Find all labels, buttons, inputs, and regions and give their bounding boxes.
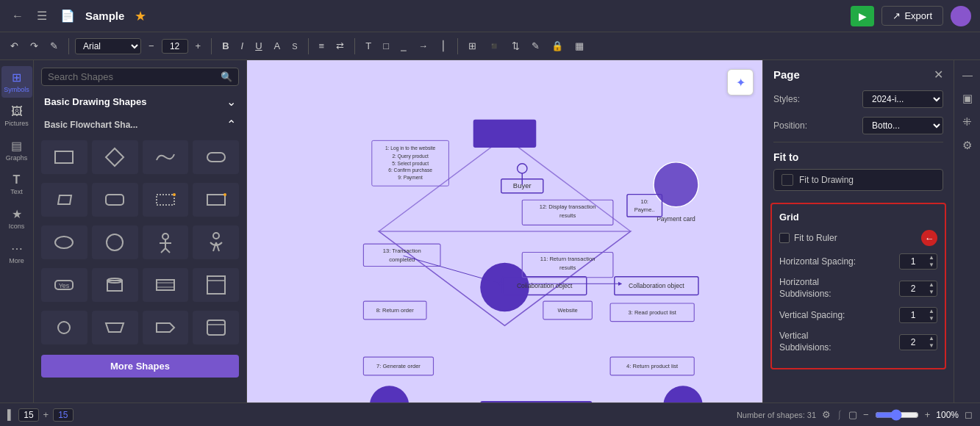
shape-rectangle[interactable] bbox=[41, 140, 87, 174]
zoom-slider[interactable] bbox=[875, 409, 919, 421]
vertical-spacing-up[interactable]: ▲ bbox=[926, 308, 937, 315]
page-view-btn[interactable]: ▢ bbox=[848, 409, 857, 420]
sidebar-item-more[interactable]: ⋯ More bbox=[1, 237, 32, 269]
grid-icon-btn[interactable]: ⁜ bbox=[959, 112, 975, 131]
sidebar-item-icons[interactable]: ★ Icons bbox=[1, 203, 32, 234]
sidebar-item-symbols[interactable]: ⊞ Symbols bbox=[1, 66, 32, 98]
fit-to-drawing-button[interactable]: Fit to Drawing bbox=[773, 169, 943, 191]
lock-button[interactable]: 🔒 bbox=[547, 38, 568, 54]
canvas-magic-button[interactable]: ✦ bbox=[727, 69, 754, 95]
shape-actor[interactable] bbox=[193, 225, 239, 259]
export-label: Export bbox=[904, 10, 932, 21]
shape-small-circle[interactable] bbox=[41, 311, 87, 344]
shape-parallelogram[interactable] bbox=[41, 183, 87, 217]
add-page-button[interactable]: + bbox=[43, 409, 49, 420]
layers-button[interactable]: ▦ bbox=[571, 38, 588, 54]
font-size-decrease[interactable]: − bbox=[144, 38, 159, 54]
play-button[interactable]: ▶ bbox=[851, 6, 874, 26]
settings-icon-btn[interactable]: ⚙ bbox=[959, 136, 975, 155]
vertical-spacing-input[interactable] bbox=[900, 308, 926, 322]
line-color-button[interactable]: ⎯ bbox=[396, 38, 411, 54]
horizontal-subdivisions-input[interactable] bbox=[900, 281, 926, 296]
edit-button[interactable]: ✎ bbox=[527, 38, 544, 54]
shape-doc[interactable] bbox=[193, 268, 239, 302]
search-input[interactable] bbox=[48, 71, 221, 82]
font-size-input[interactable] bbox=[162, 39, 188, 54]
format-paint-button[interactable]: ✎ bbox=[46, 38, 62, 54]
sidebar-item-pictures[interactable]: 🖼 Pictures bbox=[1, 101, 32, 131]
vertical-subdivisions-down[interactable]: ▼ bbox=[926, 342, 937, 350]
menu-button[interactable]: ☰ bbox=[34, 6, 50, 26]
shape-button[interactable]: □ bbox=[379, 38, 393, 54]
shape-diamond[interactable] bbox=[92, 140, 138, 174]
vertical-subdivisions-up[interactable]: ▲ bbox=[926, 335, 937, 342]
canvas-area[interactable]: Buyer Collaboration object Collaboration… bbox=[247, 60, 762, 402]
vertical-spacing-down[interactable]: ▼ bbox=[926, 315, 937, 322]
table-button[interactable]: ⊞ bbox=[464, 38, 481, 54]
transform-button[interactable]: ⇅ bbox=[507, 38, 524, 54]
shape-wave[interactable] bbox=[143, 140, 189, 174]
font-size-increase[interactable]: + bbox=[191, 38, 206, 54]
more-shapes-button[interactable]: More Shapes bbox=[41, 355, 239, 378]
shape-curved-rect[interactable] bbox=[193, 140, 239, 174]
shape-rect-dot2[interactable] bbox=[193, 183, 239, 217]
right-panel-close[interactable]: ✕ bbox=[934, 68, 943, 82]
zoom-plus-btn[interactable]: + bbox=[925, 409, 931, 420]
fit-to-ruler-button[interactable]: Fit to Ruler bbox=[779, 233, 837, 243]
zoom-minus-btn[interactable]: − bbox=[863, 409, 869, 420]
snap-btn[interactable]: ⎰ bbox=[837, 409, 843, 420]
avatar[interactable] bbox=[951, 6, 971, 26]
shape-trapezoid[interactable] bbox=[92, 311, 138, 344]
undo-button[interactable]: ↶ bbox=[6, 38, 23, 54]
export-button[interactable]: ↗ Export bbox=[881, 6, 943, 26]
horizontal-subdivisions-spin: ▲ ▼ bbox=[926, 281, 937, 296]
strikethrough-button[interactable]: S bbox=[287, 40, 301, 53]
position-select[interactable]: Botto... bbox=[862, 117, 943, 134]
file-icon[interactable]: 📄 bbox=[57, 6, 78, 26]
shape-edit-button[interactable]: ◾ bbox=[484, 38, 504, 54]
shape-rect-dot[interactable] bbox=[143, 183, 189, 217]
align-options-button[interactable]: ⇄ bbox=[332, 38, 348, 54]
horizontal-subdivisions-up[interactable]: ▲ bbox=[926, 281, 937, 289]
shape-film[interactable] bbox=[143, 268, 189, 302]
text-wrap-button[interactable]: T bbox=[361, 38, 376, 54]
align-center-button[interactable]: ≡ bbox=[315, 38, 329, 54]
underline-button[interactable]: U bbox=[251, 38, 266, 54]
redo-button[interactable]: ↷ bbox=[26, 38, 43, 54]
shape-person[interactable] bbox=[143, 225, 189, 259]
horizontal-spacing-input[interactable] bbox=[900, 254, 926, 269]
horizontal-spacing-up[interactable]: ▲ bbox=[926, 254, 937, 261]
shape-rounded-rect[interactable] bbox=[92, 183, 138, 217]
italic-button[interactable]: I bbox=[237, 38, 248, 54]
shape-yes-badge[interactable]: Yes bbox=[41, 268, 87, 302]
star-button[interactable]: ★ bbox=[132, 5, 149, 27]
svg-point-28 bbox=[58, 322, 70, 333]
back-button[interactable]: ← bbox=[9, 7, 26, 26]
settings-bottom-btn[interactable]: ⚙ bbox=[822, 409, 831, 420]
waypoint-button[interactable]: ⎪ bbox=[435, 38, 451, 54]
panel-icon-btn[interactable]: ▣ bbox=[959, 89, 976, 108]
sidebar-toggle[interactable]: ▌ bbox=[7, 409, 14, 420]
shape-scroll[interactable] bbox=[193, 311, 239, 344]
basic-flowchart-header[interactable]: Basic Flowchart Sha... ⌃ bbox=[34, 113, 246, 136]
sidebar-item-text[interactable]: T Text bbox=[1, 169, 32, 200]
basic-drawing-shapes-header[interactable]: Basic Drawing Shapes ⌄ bbox=[34, 90, 246, 113]
horizontal-subdivisions-down[interactable]: ▼ bbox=[926, 289, 937, 296]
fullscreen-btn[interactable]: ◻ bbox=[965, 409, 973, 420]
shape-arrow-rect[interactable] bbox=[143, 311, 189, 344]
grid-label: Grid bbox=[779, 212, 937, 223]
format-icon-btn[interactable]: ⸻ bbox=[959, 66, 976, 84]
styles-select[interactable]: 2024-i... bbox=[862, 90, 943, 108]
svg-text:Collaboration object: Collaboration object bbox=[629, 282, 684, 289]
basic-flowchart-chevron: ⌃ bbox=[226, 118, 236, 131]
vertical-subdivisions-input[interactable] bbox=[900, 335, 926, 350]
sidebar-item-graphs[interactable]: ▤ Graphs bbox=[1, 134, 32, 166]
font-family-select[interactable]: Arial Times New Roman Helvetica bbox=[75, 38, 141, 54]
font-color-button[interactable]: A bbox=[270, 38, 285, 54]
shape-circle[interactable] bbox=[92, 225, 138, 259]
line-style-button[interactable]: → bbox=[414, 38, 432, 54]
shape-cylinder[interactable] bbox=[92, 268, 138, 302]
bold-button[interactable]: B bbox=[218, 38, 233, 54]
shape-ellipse[interactable] bbox=[41, 225, 87, 259]
horizontal-spacing-down[interactable]: ▼ bbox=[926, 261, 937, 269]
